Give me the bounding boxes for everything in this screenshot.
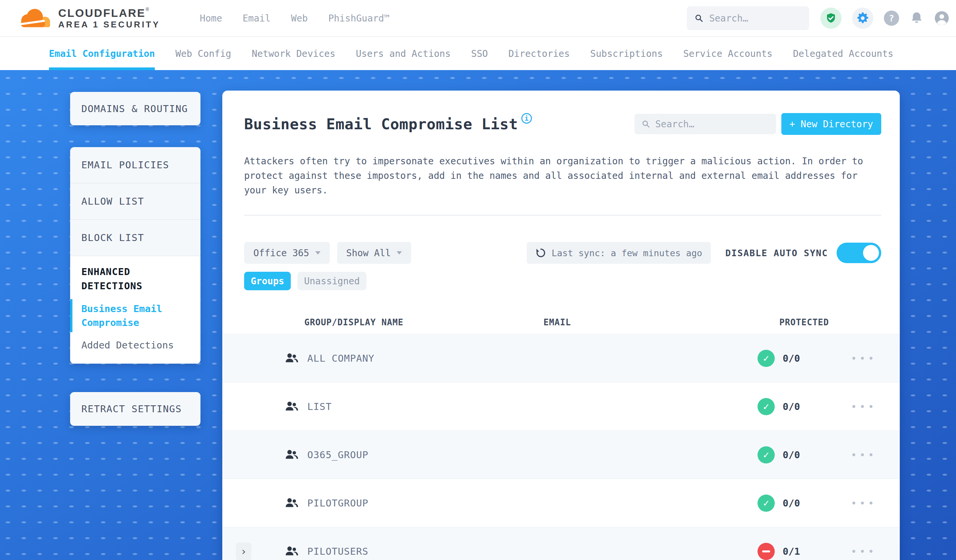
- sidebar-item-enhanced-detections[interactable]: ENHANCED DETECTIONS: [82, 265, 190, 293]
- row-actions-button[interactable]: •••: [851, 352, 877, 364]
- section-nav: Email Configuration Web Config Network D…: [0, 37, 956, 70]
- sidebar-item-business-email-compromise[interactable]: Business Email Compromise: [82, 302, 190, 329]
- sidebar-item-domains-routing[interactable]: DOMAINS & ROUTING: [70, 92, 200, 125]
- last-sync-button[interactable]: Last sync: a few minutes ago: [527, 242, 711, 264]
- directory-type-dropdown[interactable]: Office 365: [244, 242, 330, 264]
- group-icon: [285, 497, 299, 509]
- refresh-icon: [535, 247, 546, 259]
- tab-email-configuration[interactable]: Email Configuration: [49, 37, 155, 70]
- tab-groups[interactable]: Groups: [244, 272, 291, 290]
- trademark: ®: [146, 6, 150, 12]
- tab-web-config[interactable]: Web Config: [175, 37, 231, 70]
- search-icon: [695, 13, 703, 23]
- tab-sso[interactable]: SSO: [471, 37, 488, 70]
- column-protected: PROTECTED: [779, 317, 829, 327]
- tab-unassigned[interactable]: Unassigned: [297, 272, 366, 290]
- protected-count: 0/0: [783, 449, 800, 461]
- sidebar-item-added-detections[interactable]: Added Detections: [82, 338, 190, 352]
- table-row[interactable]: ALL COMPANY✓0/0•••: [222, 334, 900, 382]
- info-icon[interactable]: i: [521, 113, 532, 124]
- column-group-display-name: GROUP/DISPLAY NAME: [304, 317, 404, 327]
- show-filter-dropdown[interactable]: Show All: [337, 242, 412, 264]
- auto-sync-toggle[interactable]: [836, 243, 881, 263]
- sidebar-item-retract-settings[interactable]: RETRACT SETTINGS: [70, 392, 200, 426]
- group-name: O365_GROUP: [307, 449, 368, 461]
- sidebar-email-policies-card: EMAIL POLICIES ALLOW LIST BLOCK LIST ENH…: [70, 147, 200, 364]
- table-row[interactable]: ›PILOTUSERS0/1•••: [222, 527, 900, 560]
- sidebar-item-block-list[interactable]: BLOCK LIST: [70, 220, 200, 256]
- directory-search[interactable]: [634, 114, 776, 134]
- top-nav-email[interactable]: Email: [243, 13, 270, 24]
- help-icon[interactable]: ?: [884, 11, 899, 26]
- page-background: DOMAINS & ROUTING EMAIL POLICIES ALLOW L…: [0, 70, 956, 560]
- tab-delegated-accounts[interactable]: Delegated Accounts: [793, 37, 893, 70]
- protected-check-icon: ✓: [758, 446, 775, 463]
- directory-search-input[interactable]: [655, 119, 769, 130]
- top-nav: Home Email Web PhishGuard™: [200, 13, 390, 24]
- security-shield-icon[interactable]: [820, 8, 841, 29]
- tab-subscriptions[interactable]: Subscriptions: [590, 37, 663, 70]
- group-name: ALL COMPANY: [307, 353, 374, 364]
- group-name: PILOTGROUP: [307, 497, 368, 509]
- global-search-input[interactable]: [709, 13, 801, 24]
- chevron-down-icon: [396, 251, 402, 254]
- brand-subname: AREA 1 SECURITY: [58, 20, 160, 30]
- protected-check-icon: ✓: [758, 494, 775, 512]
- view-tabs: Groups Unassigned: [244, 272, 881, 290]
- row-actions-button[interactable]: •••: [851, 497, 877, 509]
- notifications-bell-icon[interactable]: [910, 11, 924, 25]
- unprotected-minus-icon: [758, 543, 775, 560]
- chevron-down-icon: [315, 251, 321, 254]
- tab-directories[interactable]: Directories: [508, 37, 570, 70]
- group-icon: [285, 401, 299, 412]
- protected-count: 0/0: [783, 497, 800, 509]
- row-actions-button[interactable]: •••: [851, 449, 877, 461]
- table-row[interactable]: LIST✓0/0•••: [222, 382, 900, 430]
- top-bar: CLOUDFLARE® AREA 1 SECURITY Home Email W…: [0, 0, 956, 37]
- toggle-knob: [863, 245, 879, 261]
- table-row[interactable]: PILOTGROUP✓0/0•••: [222, 479, 900, 527]
- filters-row: Office 365 Show All Last sync: a few min…: [244, 242, 881, 264]
- sidebar-section-enhanced-detections: ENHANCED DETECTIONS Business Email Compr…: [70, 256, 200, 364]
- protected-count: 0/0: [783, 353, 800, 364]
- top-nav-web[interactable]: Web: [291, 13, 308, 24]
- header-icons: ?: [820, 8, 950, 29]
- page-description: Attackers often try to impersonate execu…: [244, 154, 877, 198]
- account-avatar-icon[interactable]: [934, 11, 950, 26]
- cloudflare-logo[interactable]: CLOUDFLARE® AREA 1 SECURITY: [19, 7, 160, 30]
- sidebar-item-email-policies[interactable]: EMAIL POLICIES: [70, 147, 200, 184]
- group-icon: [285, 353, 299, 364]
- top-nav-home[interactable]: Home: [200, 13, 222, 24]
- divider: [244, 215, 881, 215]
- column-email: EMAIL: [544, 317, 571, 327]
- page-title: Business Email Compromise List: [244, 115, 518, 133]
- settings-gear-icon[interactable]: [852, 8, 873, 29]
- group-icon: [285, 546, 299, 557]
- table-row[interactable]: O365_GROUP✓0/0•••: [222, 430, 900, 479]
- brand-name: CLOUDFLARE®: [58, 7, 160, 19]
- group-icon: [285, 449, 299, 461]
- global-search[interactable]: [687, 6, 809, 30]
- new-directory-button[interactable]: + New Directory: [781, 113, 881, 135]
- main-panel: Business Email Compromise List i + New D…: [222, 91, 900, 560]
- protected-check-icon: ✓: [758, 350, 775, 367]
- table-header: GROUP/DISPLAY NAME EMAIL PROTECTED: [244, 311, 881, 334]
- protected-count: 0/0: [783, 401, 800, 412]
- sidebar-item-allow-list[interactable]: ALLOW LIST: [70, 184, 200, 220]
- top-nav-phishguard[interactable]: PhishGuard™: [328, 13, 389, 24]
- cloudflare-cloud-icon: [19, 7, 52, 29]
- row-actions-button[interactable]: •••: [851, 401, 877, 412]
- tab-users-and-actions[interactable]: Users and Actions: [356, 37, 451, 70]
- table-body: ALL COMPANY✓0/0•••LIST✓0/0•••O365_GROUP✓…: [222, 334, 900, 560]
- expand-row-button[interactable]: ›: [236, 543, 252, 560]
- group-name: LIST: [307, 401, 332, 412]
- title-row: Business Email Compromise List i + New D…: [244, 112, 881, 135]
- disable-auto-sync-label: DISABLE AUTO SYNC: [725, 248, 828, 258]
- group-name: PILOTUSERS: [307, 546, 368, 557]
- tab-service-accounts[interactable]: Service Accounts: [683, 37, 773, 70]
- tab-network-devices[interactable]: Network Devices: [252, 37, 335, 70]
- search-icon: [642, 119, 650, 129]
- protected-check-icon: ✓: [758, 398, 775, 415]
- row-actions-button[interactable]: •••: [851, 546, 877, 557]
- protected-count: 0/1: [783, 546, 800, 557]
